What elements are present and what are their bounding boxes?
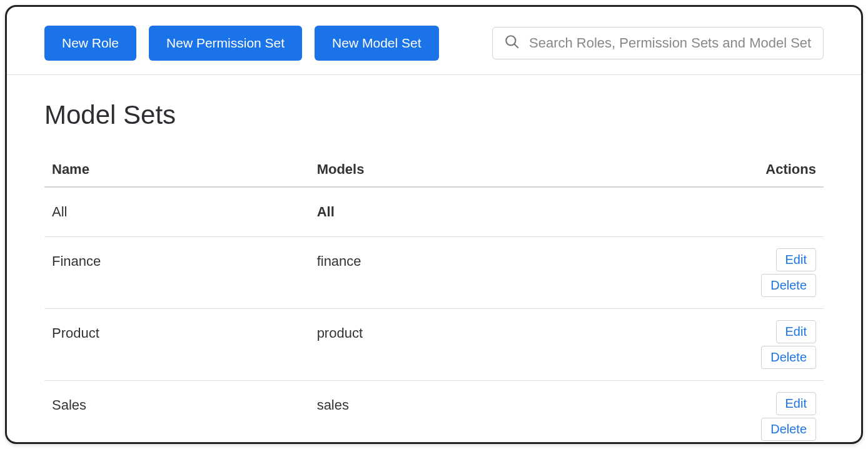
svg-point-0 — [506, 36, 515, 45]
action-buttons: Edit Delete — [761, 320, 816, 369]
cell-name: Sales — [44, 381, 310, 445]
action-buttons: Edit Delete — [761, 248, 816, 297]
cell-actions — [668, 187, 824, 237]
delete-button[interactable]: Delete — [761, 346, 816, 369]
cell-actions: Edit Delete — [668, 309, 824, 381]
edit-button[interactable]: Edit — [776, 392, 816, 415]
model-sets-table: Name Models Actions All All Finance fina… — [44, 153, 824, 444]
col-header-models: Models — [310, 153, 668, 187]
table-row: All All — [44, 187, 824, 237]
cell-models: sales — [310, 381, 668, 445]
cell-actions: Edit Delete — [668, 381, 824, 445]
cell-models: All — [310, 187, 668, 237]
cell-models: product — [310, 309, 668, 381]
content: Model Sets Name Models Actions All All — [7, 75, 861, 444]
table-row: Sales sales Edit Delete — [44, 381, 824, 445]
col-header-name: Name — [44, 153, 310, 187]
page-title: Model Sets — [44, 100, 824, 130]
delete-button[interactable]: Delete — [761, 418, 816, 441]
table-row: Finance finance Edit Delete — [44, 237, 824, 309]
search-icon — [504, 34, 529, 53]
edit-button[interactable]: Edit — [776, 248, 816, 271]
app-window: New Role New Permission Set New Model Se… — [5, 5, 863, 444]
new-permission-set-button[interactable]: New Permission Set — [149, 26, 302, 61]
cell-name: Product — [44, 309, 310, 381]
search-container[interactable] — [492, 27, 824, 59]
cell-actions: Edit Delete — [668, 237, 824, 309]
toolbar: New Role New Permission Set New Model Se… — [7, 7, 861, 75]
svg-line-1 — [514, 44, 518, 48]
search-input[interactable] — [529, 35, 812, 51]
cell-name: All — [44, 187, 310, 237]
edit-button[interactable]: Edit — [776, 320, 816, 343]
search-wrap — [492, 27, 824, 59]
col-header-actions: Actions — [668, 153, 824, 187]
new-model-set-button[interactable]: New Model Set — [315, 26, 438, 61]
cell-name: Finance — [44, 237, 310, 309]
new-role-button[interactable]: New Role — [44, 26, 136, 61]
cell-models: finance — [310, 237, 668, 309]
table-row: Product product Edit Delete — [44, 309, 824, 381]
delete-button[interactable]: Delete — [761, 274, 816, 297]
action-buttons: Edit Delete — [761, 392, 816, 441]
table-header-row: Name Models Actions — [44, 153, 824, 187]
